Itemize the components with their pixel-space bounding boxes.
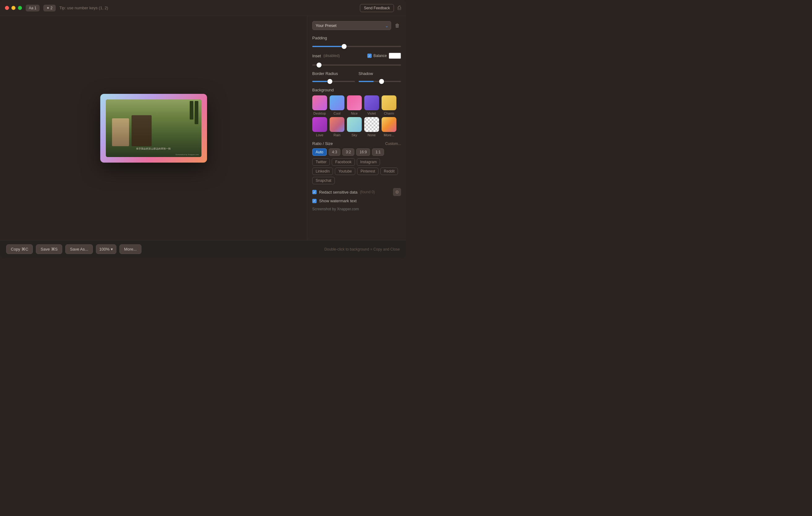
swatch-love[interactable]: Love bbox=[312, 117, 327, 137]
balance-label: Balance bbox=[374, 54, 387, 58]
balance-color-swatch[interactable] bbox=[389, 53, 401, 59]
background-section: Background Desktop Cool Nice bbox=[312, 88, 401, 137]
platform-twitter-button[interactable]: Twitter bbox=[312, 158, 330, 166]
save-as-button[interactable]: Save As... bbox=[65, 244, 93, 254]
minimize-button[interactable] bbox=[11, 6, 16, 10]
sky-label: Sky bbox=[351, 133, 357, 137]
inset-slider-row bbox=[312, 61, 401, 67]
copy-button[interactable]: Copy ⌘C bbox=[6, 244, 33, 254]
platform-pinterest-button[interactable]: Pinterest bbox=[357, 168, 378, 175]
platform-snapchat-button[interactable]: Snapchat bbox=[312, 177, 335, 184]
nice-label: Nice bbox=[351, 111, 358, 115]
inset-state: (disabled) bbox=[323, 54, 340, 58]
maximize-button[interactable] bbox=[18, 6, 22, 10]
share-button[interactable]: ⎙ bbox=[398, 5, 401, 11]
violet-label: Violet bbox=[367, 111, 376, 115]
platform-instagram-button[interactable]: Instagram bbox=[357, 158, 380, 166]
redact-label: Redact sensitive data bbox=[319, 190, 357, 194]
watermark-checkbox[interactable]: ✓ bbox=[312, 199, 317, 203]
swatch-charm[interactable]: Charm bbox=[382, 96, 397, 115]
send-feedback-button[interactable]: Send Feedback bbox=[360, 4, 394, 12]
movie-scene: 有空我会把宣山那边的草割一割 bbox=[106, 100, 201, 157]
cool-label: Cool bbox=[334, 111, 341, 115]
platform-buttons: Twitter Facebook Instagram LinkedIn Yout… bbox=[312, 158, 401, 184]
platform-reddit-button[interactable]: Reddit bbox=[380, 168, 398, 175]
desktop-label: Desktop bbox=[314, 111, 326, 115]
more-label: More... bbox=[384, 133, 394, 137]
balance-checkbox[interactable]: ✓ bbox=[367, 54, 372, 58]
preset-select[interactable]: Your Preset bbox=[312, 21, 391, 30]
swatch-sky[interactable]: Sky bbox=[347, 117, 362, 137]
zoom-button[interactable]: 100% ▾ bbox=[96, 244, 116, 254]
text-tool-button[interactable]: Aa 1 bbox=[26, 5, 39, 11]
swatch-none[interactable]: None bbox=[364, 117, 379, 137]
canvas-area[interactable]: 有空我会把宣山那边的草割一割 Screenshot by Xnapper.com bbox=[0, 16, 307, 240]
swatches-row-2: Love Rain Sky None bbox=[312, 117, 401, 137]
love-label: Love bbox=[316, 133, 323, 137]
more-swatch[interactable] bbox=[382, 117, 397, 132]
traffic-lights bbox=[5, 6, 22, 10]
rain-label: Rain bbox=[334, 133, 341, 137]
redact-settings-button[interactable]: ⚙ bbox=[393, 188, 401, 196]
border-shadow-row: Border Radius Shadow bbox=[312, 71, 401, 83]
sky-swatch[interactable] bbox=[347, 117, 362, 132]
inset-slider[interactable] bbox=[312, 64, 401, 66]
text-tool-label: Aa 1 bbox=[29, 6, 36, 10]
watermark-label: Show watermark text bbox=[319, 198, 356, 203]
delete-preset-button[interactable]: 🗑 bbox=[394, 22, 401, 30]
cursor-tool-button[interactable]: ✦ 2 bbox=[43, 5, 56, 11]
ratio-buttons: Auto 4:3 3:2 16:9 1:1 bbox=[312, 148, 401, 156]
zoom-label: 100% bbox=[99, 247, 110, 251]
padding-slider[interactable] bbox=[312, 46, 401, 47]
ratio-16-9-button[interactable]: 16:9 bbox=[356, 148, 370, 156]
rain-swatch[interactable] bbox=[329, 117, 344, 132]
save-button[interactable]: Save ⌘S bbox=[36, 244, 62, 254]
balance-row: ✓ Balance bbox=[367, 53, 401, 59]
inset-row: Inset (disabled) ✓ Balance bbox=[312, 53, 401, 59]
swatch-cool[interactable]: Cool bbox=[329, 96, 344, 115]
ratio-1-1-button[interactable]: 1:1 bbox=[372, 148, 384, 156]
more-button[interactable]: More... bbox=[119, 244, 141, 254]
platform-youtube-button[interactable]: Youtube bbox=[335, 168, 355, 175]
app-window: Aa 1 ✦ 2 Tip: use number keys (1, 2) Sen… bbox=[0, 0, 406, 258]
watermark-row: ✓ Show watermark text bbox=[312, 198, 401, 203]
ratio-section: Ratio / Size Custom... Auto 4:3 3:2 16:9… bbox=[312, 141, 401, 184]
swatch-more[interactable]: More... bbox=[382, 117, 397, 137]
charm-swatch[interactable] bbox=[382, 96, 397, 110]
bottom-bar: Copy ⌘C Save ⌘S Save As... 100% ▾ More..… bbox=[0, 240, 406, 258]
border-radius-col: Border Radius bbox=[312, 71, 355, 83]
swatch-violet[interactable]: Violet bbox=[364, 96, 379, 115]
love-swatch[interactable] bbox=[312, 117, 327, 132]
redact-checkbox[interactable]: ✓ bbox=[312, 190, 317, 194]
ratio-label: Ratio / Size bbox=[312, 141, 333, 146]
border-radius-slider[interactable] bbox=[312, 81, 355, 82]
ratio-auto-button[interactable]: Auto bbox=[312, 148, 327, 156]
swatch-desktop[interactable]: Desktop bbox=[312, 96, 327, 115]
main-content: 有空我会把宣山那边的草割一割 Screenshot by Xnapper.com… bbox=[0, 16, 406, 240]
redact-found: (found 0) bbox=[360, 190, 375, 194]
desktop-swatch[interactable] bbox=[312, 96, 327, 110]
ratio-3-2-button[interactable]: 3:2 bbox=[342, 148, 354, 156]
platform-facebook-button[interactable]: Facebook bbox=[332, 158, 355, 166]
hint-text: Double-click to background = Copy and Cl… bbox=[145, 247, 400, 251]
redact-row: ✓ Redact sensitive data (found 0) ⚙ bbox=[312, 188, 401, 196]
cool-swatch[interactable] bbox=[329, 96, 344, 110]
tip-text: Tip: use number keys (1, 2) bbox=[59, 6, 356, 10]
nice-swatch[interactable] bbox=[347, 96, 362, 110]
zoom-chevron-icon: ▾ bbox=[111, 247, 113, 251]
ratio-header: Ratio / Size Custom... bbox=[312, 141, 401, 146]
background-label: Background bbox=[312, 88, 401, 92]
close-button[interactable] bbox=[5, 6, 9, 10]
right-panel: Your Preset ⌄ 🗑 Padding Inset (disabled)… bbox=[307, 16, 406, 240]
swatch-rain[interactable]: Rain bbox=[329, 117, 344, 137]
platform-linkedin-button[interactable]: LinkedIn bbox=[312, 168, 333, 175]
swatch-nice[interactable]: Nice bbox=[347, 96, 362, 115]
subtitle-text: 有空我会把宣山那边的草割一割 bbox=[136, 147, 171, 150]
shadow-label: Shadow bbox=[359, 71, 401, 76]
none-swatch[interactable] bbox=[364, 117, 379, 132]
custom-button[interactable]: Custom... bbox=[385, 141, 401, 146]
watermark-input[interactable] bbox=[312, 206, 401, 213]
shadow-slider[interactable] bbox=[359, 81, 401, 82]
ratio-4-3-button[interactable]: 4:3 bbox=[329, 148, 341, 156]
violet-swatch[interactable] bbox=[364, 96, 379, 110]
